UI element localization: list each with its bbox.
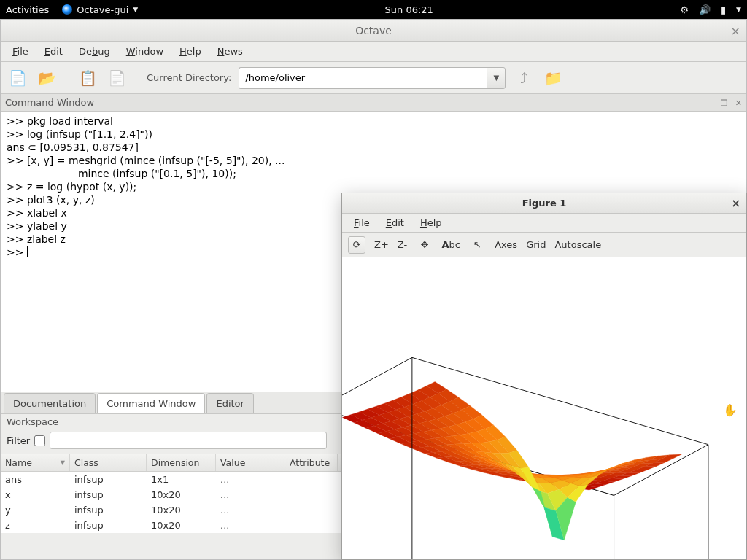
system-menu-chevron-icon[interactable]: ▼	[736, 6, 741, 13]
octave-icon	[62, 4, 72, 15]
gnome-topbar: Activities Octave-gui ▼ Sun 06:21 ⚙ 🔊 ▮ …	[0, 0, 747, 19]
main-menubar: File Edit Debug Window Help News	[1, 42, 746, 62]
new-file-icon[interactable]	[7, 67, 28, 89]
window-titlebar: Octave ×	[1, 20, 746, 42]
figure-toolbar: ⟳ Z+ Z- ✥ Abc ↖ Axes Grid Autoscale	[342, 233, 746, 257]
figure-menubar: File Edit Help	[342, 214, 746, 233]
clock[interactable]: Sun 06:21	[138, 4, 680, 15]
col-name[interactable]: Name▼	[1, 454, 70, 471]
chevron-down-icon: ▼	[133, 6, 138, 13]
network-icon[interactable]: ⚙	[680, 4, 689, 15]
menu-file[interactable]: File	[5, 43, 36, 60]
filter-label: Filter	[7, 435, 30, 446]
filter-checkbox[interactable]	[34, 435, 45, 446]
menu-help[interactable]: Help	[172, 43, 209, 60]
main-toolbar: Current Directory: ▼	[1, 62, 746, 94]
browse-folder-icon[interactable]	[542, 67, 564, 89]
col-attribute[interactable]: Attribute	[285, 454, 338, 471]
rotate-icon[interactable]: ⟳	[348, 236, 365, 254]
pane-undock-icon[interactable]: ❐	[721, 98, 728, 108]
command-window-title: Command Window	[5, 97, 94, 108]
zoom-in-button[interactable]: Z+	[374, 239, 389, 250]
pane-close-icon[interactable]: ✕	[735, 98, 742, 108]
figure-menu-file[interactable]: File	[347, 215, 377, 230]
figure-window: Figure 1 × File Edit Help ⟳ Z+ Z- ✥ Abc …	[341, 192, 747, 560]
tab-editor[interactable]: Editor	[206, 393, 253, 413]
autoscale-button[interactable]: Autoscale	[554, 239, 601, 250]
current-dir-label: Current Directory:	[147, 72, 231, 83]
filter-input[interactable]	[50, 432, 327, 449]
col-dimension[interactable]: Dimension	[147, 454, 216, 471]
parent-dir-icon[interactable]	[513, 67, 535, 89]
menu-edit[interactable]: Edit	[37, 43, 70, 60]
tab-documentation[interactable]: Documentation	[4, 393, 96, 413]
app-menu[interactable]: Octave-gui ▼	[62, 4, 138, 15]
menu-news[interactable]: News	[210, 43, 250, 60]
battery-icon[interactable]: ▮	[721, 4, 726, 15]
tab-command-window[interactable]: Command Window	[97, 393, 205, 413]
menu-debug[interactable]: Debug	[71, 43, 117, 60]
figure-menu-edit[interactable]: Edit	[379, 215, 411, 230]
window-title: Octave	[355, 25, 392, 36]
zoom-out-button[interactable]: Z-	[398, 239, 407, 250]
volume-icon[interactable]: 🔊	[699, 4, 711, 15]
figure-plot-area[interactable]: ✋ -3-2-1012-6-4-20246012345xyz	[342, 257, 746, 559]
copy-icon[interactable]	[77, 67, 98, 89]
menu-window[interactable]: Window	[119, 43, 171, 60]
open-folder-icon[interactable]	[36, 67, 58, 89]
figure-close-icon[interactable]: ×	[731, 197, 740, 210]
grid-button[interactable]: Grid	[526, 239, 546, 250]
figure-menu-help[interactable]: Help	[413, 215, 449, 230]
svg-marker-1	[342, 357, 412, 559]
current-dir-input[interactable]	[239, 67, 487, 89]
current-dir-dropdown[interactable]: ▼	[487, 67, 506, 89]
figure-titlebar[interactable]: Figure 1 ×	[342, 193, 746, 214]
pointer-icon[interactable]: ↖	[468, 236, 486, 254]
axes-button[interactable]: Axes	[495, 239, 517, 250]
col-class[interactable]: Class	[70, 454, 147, 471]
figure-title: Figure 1	[522, 198, 567, 209]
paste-icon[interactable]	[106, 67, 128, 89]
col-value[interactable]: Value	[216, 454, 285, 471]
hand-cursor-icon: ✋	[723, 403, 738, 417]
close-icon[interactable]: ×	[731, 24, 740, 38]
activities-button[interactable]: Activities	[6, 4, 49, 15]
text-icon[interactable]: Abc	[442, 236, 460, 254]
bottom-tabs: Documentation Command Window Editor	[1, 392, 255, 413]
pan-icon[interactable]: ✥	[416, 236, 433, 254]
